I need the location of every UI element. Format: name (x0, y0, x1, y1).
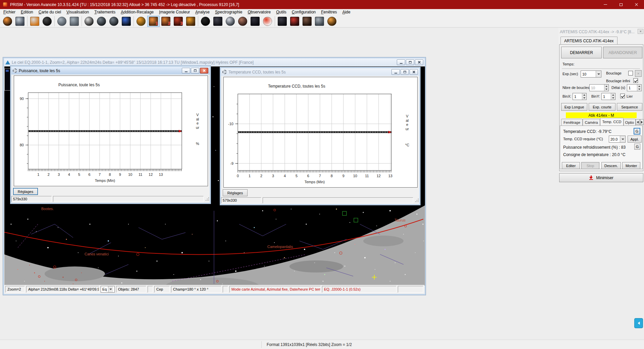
resize-grip[interactable] (415, 198, 419, 203)
abandonner-button[interactable]: ABANDONNER (603, 47, 642, 58)
maximize-button[interactable] (613, 0, 629, 9)
menu-visualisation[interactable]: Visualisation (64, 9, 92, 15)
close-button[interactable] (629, 0, 644, 9)
tab-options[interactable]: Optio (624, 119, 636, 126)
menu-fichier[interactable]: Fichier (1, 9, 18, 15)
biny-stepper[interactable]: 1 (601, 93, 615, 100)
menu-addition-recalage[interactable]: Addition-Recalage (118, 9, 156, 15)
bouclage-infini-checkbox[interactable] (633, 78, 638, 83)
menu-aide[interactable]: Aide (340, 9, 353, 15)
menu-outils[interactable]: Outils (273, 9, 289, 15)
cone-icon[interactable] (212, 16, 224, 27)
monter-button[interactable]: Monter (622, 162, 640, 169)
planetarium-icon[interactable] (120, 16, 132, 27)
stepper-arrows[interactable] (604, 85, 608, 91)
flip-vertical-icon[interactable] (68, 16, 80, 27)
dome-icon[interactable] (199, 16, 212, 27)
temperature-titlebar[interactable]: Temperature CCD, toutes les 5s (221, 68, 419, 76)
remote-helper-icon[interactable] (634, 318, 643, 328)
sequence-button[interactable]: Sequence (617, 103, 642, 111)
graph-temp-button[interactable]: G (634, 128, 640, 135)
temp-requise-select[interactable]: 20.0 (609, 136, 626, 143)
puissance-minimize-button[interactable] (182, 68, 190, 73)
stepper-arrows[interactable] (611, 93, 615, 100)
menu-spectrographie[interactable]: Spectrographie (212, 9, 245, 15)
temperature-minimize-button[interactable] (391, 69, 400, 75)
temperature-maximize-button[interactable] (400, 69, 409, 75)
panel-close-button[interactable] (638, 29, 643, 34)
menu-imagerie-couleur[interactable]: Imagerie Couleur (156, 9, 193, 15)
exp-longue-button[interactable]: Exp Longue (561, 103, 587, 111)
zoom-in-icon[interactable] (95, 16, 108, 27)
menu-carte-du-ciel[interactable]: Carte du ciel (36, 9, 64, 15)
contrast-sphere-icon[interactable] (83, 16, 95, 27)
delai-stepper[interactable]: 1 (627, 84, 642, 91)
histogram-icon[interactable] (313, 16, 326, 27)
sky-window-titlebar[interactable]: Le ciel EQ.2000-1-1, Zoom=2, Alpha= 22h2… (4, 58, 425, 66)
frame-select[interactable]: Eq (101, 286, 115, 293)
sky-maximize-button[interactable] (406, 59, 414, 65)
star-globe-icon[interactable] (224, 16, 236, 27)
tab-scroll-right-icon[interactable] (640, 119, 644, 125)
binx-stepper[interactable]: 1 (573, 93, 587, 100)
new-image-icon[interactable] (1, 16, 14, 27)
stepper-arrows[interactable] (582, 93, 586, 100)
exposure-select[interactable]: 10 (581, 70, 601, 78)
camera-red-icon[interactable] (288, 16, 301, 27)
image-night-icon[interactable] (249, 16, 261, 27)
edit-capture-icon[interactable] (29, 16, 41, 27)
svg-text:-10: -10 (228, 122, 233, 126)
cancel-loop-button[interactable]: × (635, 70, 642, 77)
panel-tab[interactable]: ARTEMIS CCD ATIK-414ex (560, 37, 618, 45)
camera-ccd-2-icon[interactable]: 2 (160, 16, 172, 27)
appliquer-button[interactable]: Appl. (628, 136, 642, 143)
sky-minimize-button[interactable] (397, 59, 405, 65)
stepper-arrows[interactable] (637, 85, 641, 91)
temperature-close-button[interactable] (410, 69, 418, 75)
graph-power-button[interactable]: G (634, 144, 640, 150)
instrument-icon[interactable] (301, 16, 313, 27)
menu-observatoire[interactable]: Observatoire (245, 9, 273, 15)
tab-scroll-left-icon[interactable] (636, 119, 640, 125)
exp-courte-button[interactable]: Exp. courte (589, 103, 615, 111)
nbre-boucles-stepper[interactable]: 10 (589, 84, 609, 91)
puissance-maximize-button[interactable] (191, 68, 199, 73)
chevron-down-icon[interactable] (596, 71, 601, 77)
sky-close-button[interactable] (415, 59, 423, 65)
camera-ccd-1-icon[interactable]: 1 (147, 16, 160, 27)
lier-checkbox[interactable] (620, 94, 625, 98)
reglages-button[interactable]: Réglages (223, 189, 248, 196)
editer-button[interactable]: Editer (562, 162, 580, 169)
bouclage-checkbox[interactable] (628, 71, 633, 76)
menu-analyse[interactable]: Analyse (193, 9, 212, 15)
focuser-icon[interactable] (184, 16, 197, 27)
minimiser-button[interactable]: Minimiser (559, 173, 643, 182)
monitor-icon[interactable] (276, 16, 288, 27)
hand-gear-icon[interactable] (135, 16, 147, 27)
resize-grip[interactable] (205, 197, 210, 201)
menu-fen-tres[interactable]: Fenêtres (318, 9, 339, 15)
chevron-down-icon[interactable] (620, 136, 625, 142)
config-sphere-icon[interactable] (236, 16, 249, 27)
tab-temp-ccd[interactable]: Temp. CCD (600, 118, 624, 126)
zoom-out-icon[interactable] (108, 16, 120, 27)
save-icon[interactable] (14, 16, 26, 27)
rotate-left-icon[interactable] (56, 16, 68, 27)
stop-button[interactable]: Stop (581, 162, 599, 169)
camera-ccd-3-icon[interactable]: 3 (172, 16, 184, 27)
reglages-button[interactable]: Réglages (13, 188, 38, 195)
menu-edition[interactable]: Edition (18, 9, 36, 15)
menu-traitements[interactable]: Traitements (92, 9, 118, 15)
minimize-button[interactable] (598, 0, 613, 9)
tab-fenetrage[interactable]: Fenêtrage (561, 119, 583, 126)
descendre-button[interactable]: Descen. (601, 162, 621, 169)
puissance-titlebar[interactable]: Puissance, toute les 5s (11, 67, 210, 74)
observer-icon[interactable] (326, 16, 338, 27)
validate-rotate-icon[interactable] (261, 16, 274, 27)
tab-camera[interactable]: Caméra (583, 119, 600, 126)
chevron-down-icon[interactable] (108, 286, 113, 292)
info-icon[interactable] (41, 16, 53, 27)
puissance-close-button[interactable] (200, 68, 208, 73)
menu-configuration[interactable]: Configuration (289, 9, 318, 15)
demarrer-button[interactable]: DEMARRER (561, 47, 602, 58)
